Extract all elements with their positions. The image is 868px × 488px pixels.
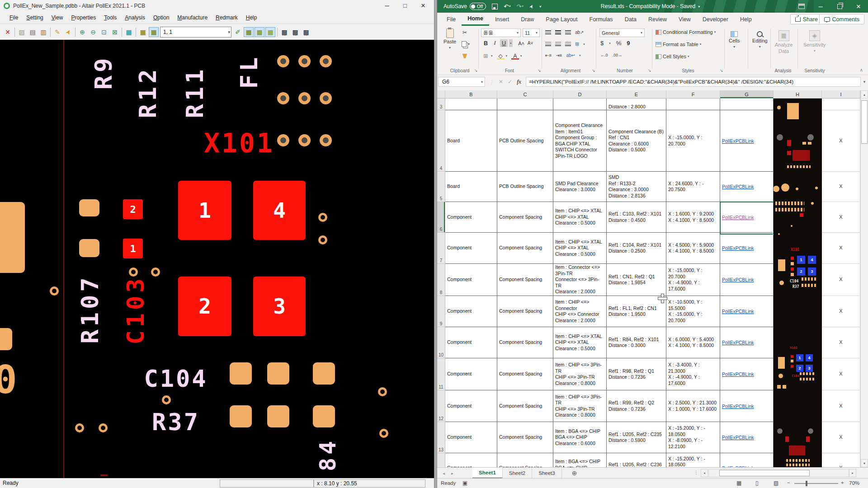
cell-B4[interactable]: Board xyxy=(445,110,497,172)
cell-F12[interactable]: X : 2.5000, Y : 21.3000X : 1.0000, Y : 1… xyxy=(666,390,720,422)
vertical-scrollbar[interactable]: ▲ ▼ xyxy=(860,90,868,467)
menu-analysis[interactable]: Analysis xyxy=(121,14,149,21)
cell-D11[interactable]: Item : CHIP <=> 3Pin-TRCHIP <=> 3Pin-TRC… xyxy=(553,358,607,390)
top-view-icon[interactable]: ▦ xyxy=(138,27,148,37)
close-button[interactable]: ✕ xyxy=(849,0,868,13)
cell-B13[interactable]: Component xyxy=(445,422,497,453)
sheet-prev-icon[interactable]: ◂ xyxy=(443,471,445,476)
cell-C14[interactable]: Component Spacing xyxy=(497,453,553,467)
menu-setting[interactable]: Setting xyxy=(22,14,47,21)
tab-data[interactable]: Data xyxy=(619,13,642,26)
zoom-in-icon[interactable]: + xyxy=(841,480,844,485)
menu-help[interactable]: Help xyxy=(242,14,261,21)
editing-button[interactable]: Editing▾ xyxy=(752,31,768,50)
fill-color-button[interactable]: ◇ xyxy=(497,52,505,60)
currency-button[interactable]: $ xyxy=(600,40,604,47)
layer-select-icon[interactable]: ✐ xyxy=(233,27,243,37)
menu-redmark[interactable]: Redmark xyxy=(212,14,242,21)
italic-button[interactable]: I xyxy=(491,39,499,47)
increase-decimal-button[interactable]: ←.0 xyxy=(600,53,608,57)
close-doc-icon[interactable]: ✕ xyxy=(3,27,13,37)
format-as-table-button[interactable]: Format as Table▾ xyxy=(656,42,701,47)
cell-I14[interactable]: X xyxy=(822,453,860,467)
cell-E8[interactable]: Ref1 : CN1, Ref2 : Q1Distance : 1.9854 xyxy=(607,264,666,296)
cell-E9[interactable]: Ref1 : FL1, Ref2 : CN1Distance : 1.9500 xyxy=(607,296,666,327)
row-header-11[interactable]: 11 xyxy=(437,358,445,390)
cell-I3[interactable] xyxy=(822,99,860,110)
pollex-pcb-link[interactable]: PollExPCBLink xyxy=(722,435,773,440)
pollex-pcb-link[interactable]: PollExPCBLink xyxy=(722,404,773,409)
grow-font-button[interactable]: A˄ xyxy=(518,39,525,47)
underline-dropdown-icon[interactable]: ▾ xyxy=(509,39,513,47)
cell-D4[interactable]: Component ClearanceItem : Item01Componen… xyxy=(553,110,607,172)
sheet-tab-sheet3[interactable]: Sheet3 xyxy=(532,468,561,479)
cell-B3[interactable] xyxy=(445,99,497,110)
underline-button[interactable]: U xyxy=(500,39,508,47)
cell-F6[interactable]: X : 1.6000, Y : 9.2000X : 4.1000, Y : 8.… xyxy=(666,202,720,233)
cell-G4[interactable]: PollExPCBLink xyxy=(720,110,774,172)
menu-tools[interactable]: Tools xyxy=(100,14,121,21)
cell-I11[interactable]: X xyxy=(822,358,860,390)
window-splitter[interactable] xyxy=(434,0,437,488)
cell-E5[interactable]: SMDRef : R133-2Clearance : 3.0000Distanc… xyxy=(607,172,666,202)
hscroll-left-icon[interactable]: ◂ xyxy=(701,469,708,477)
cell-I8[interactable]: X xyxy=(822,264,860,296)
cell-D7[interactable]: Item : CHIP <=> XTALCHIP <=> XTALClearan… xyxy=(553,233,607,264)
close-button[interactable]: ✕ xyxy=(414,0,432,11)
minimize-button[interactable]: ─ xyxy=(811,0,830,13)
pollex-pcb-link[interactable]: PollExPCBLink xyxy=(722,184,773,189)
conditional-formatting-button[interactable]: Conditional Formatting▾ xyxy=(656,29,716,35)
row-header-7[interactable]: 7 xyxy=(437,233,445,264)
comma-style-button[interactable]: 9 xyxy=(627,40,630,47)
cell-I4[interactable]: X xyxy=(822,110,860,172)
align-top-button[interactable] xyxy=(545,30,551,34)
cell-E13[interactable]: Ref1 : U205, Ref2 : C235Distance : 0.590… xyxy=(607,422,666,453)
zoom-out-icon[interactable]: − xyxy=(787,480,790,485)
maximize-button[interactable]: □ xyxy=(396,0,414,11)
cell-D9[interactable]: Item : CHIP <=>ConnectorCHIP <=> Connect… xyxy=(553,296,607,327)
pollex-pcb-link[interactable]: PollExPCBLink xyxy=(722,371,773,377)
board-color-icon[interactable]: ▦ xyxy=(244,27,254,37)
row-header-5[interactable]: 5 xyxy=(437,172,445,202)
tab-review[interactable]: Review xyxy=(642,13,673,26)
decrease-indent-button[interactable]: ⇤≡ xyxy=(545,53,552,58)
cell-B11[interactable]: Component xyxy=(445,358,497,390)
select-icon[interactable]: ➤ xyxy=(63,27,73,37)
pcb-canvas[interactable]: R9R12R11FLR107C10384X101C104R370142321 xyxy=(0,40,434,478)
cell-G11[interactable]: PollExPCBLink xyxy=(720,358,774,390)
cell-E12[interactable]: Ref1 : R99, Ref2 : Q2Distance : 0.7236 xyxy=(607,390,666,422)
column-header-F[interactable]: F xyxy=(666,90,720,99)
enter-formula-button[interactable]: ✓ xyxy=(508,79,512,85)
cell-G14[interactable]: PollExPCBLink xyxy=(720,453,774,467)
cell-D14[interactable]: Item : BGA <=> CHIPBGA <=> CHIPClearance… xyxy=(553,453,607,467)
cell-B7[interactable]: Component xyxy=(445,233,497,264)
cell-styles-button[interactable]: Cell Styles▾ xyxy=(656,54,689,59)
horizontal-scrollbar[interactable] xyxy=(708,469,849,477)
cell-B5[interactable]: Board xyxy=(445,172,497,202)
row-header-13[interactable]: 13 xyxy=(437,422,445,453)
page-layout-view-icon[interactable]: ▯ xyxy=(755,480,759,486)
tab-formulas[interactable]: Formulas xyxy=(584,13,619,26)
column-header-E[interactable]: E xyxy=(607,90,666,99)
cell-C10[interactable]: Component Spacing xyxy=(497,327,553,358)
cell-I12[interactable]: X xyxy=(822,390,860,422)
formula-input[interactable]: =HYPERLINK("PollExIF:// /M:LINKTOAPP /EC… xyxy=(526,77,861,87)
cell-G8[interactable]: PollExPCBLink xyxy=(720,264,774,296)
cell-F11[interactable]: X : -3.4000, Y :21.3000X : -4.9000, Y :1… xyxy=(666,358,720,390)
cell-G9[interactable]: PollExPCBLink xyxy=(720,296,774,327)
cell-E10[interactable]: Ref1 : R84, Ref2 : X101Distance : 0.3000 xyxy=(607,327,666,358)
cell-D12[interactable]: Item : CHIP <=> 3Pin-TRCHIP <=> 3Pin-TRC… xyxy=(553,390,607,422)
pollex-pcb-link[interactable]: PollExPCBLink xyxy=(722,138,773,144)
print-icon[interactable]: ▥ xyxy=(38,27,48,37)
minimize-button[interactable]: ─ xyxy=(378,0,396,11)
align-left-button[interactable] xyxy=(545,42,551,46)
sheet-next-icon[interactable]: ▸ xyxy=(451,471,453,476)
cell-E4[interactable]: Component Clearance (B)Ref : CN1Clearanc… xyxy=(607,110,666,172)
autosave-toggle[interactable]: AutoSave Off xyxy=(443,3,486,10)
collapse-ribbon-icon[interactable]: ˄ xyxy=(860,68,863,73)
cell-E6[interactable]: Ref1 : C103, Ref2 : X101Distance : 0.450… xyxy=(607,202,666,233)
name-box[interactable]: G6▾ xyxy=(438,77,485,87)
cell-F5[interactable]: X : 24.6000, Y : -20.7500 xyxy=(666,172,720,202)
cell-G12[interactable]: PollExPCBLink xyxy=(720,390,774,422)
borders-button[interactable]: ⊞ xyxy=(482,52,490,60)
